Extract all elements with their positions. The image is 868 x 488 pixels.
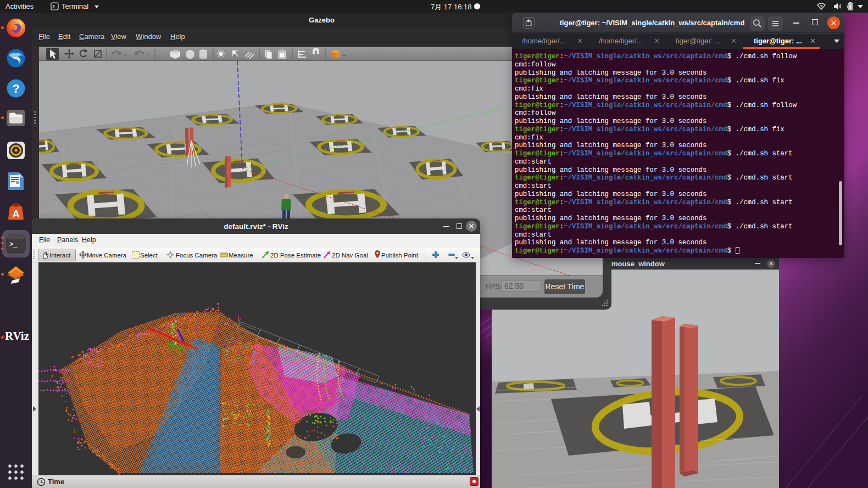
svg-text:?: ? <box>12 82 19 96</box>
svg-text:A: A <box>12 208 20 220</box>
svg-text:?: ? <box>820 4 823 9</box>
svg-text:>_: >_ <box>9 241 18 249</box>
